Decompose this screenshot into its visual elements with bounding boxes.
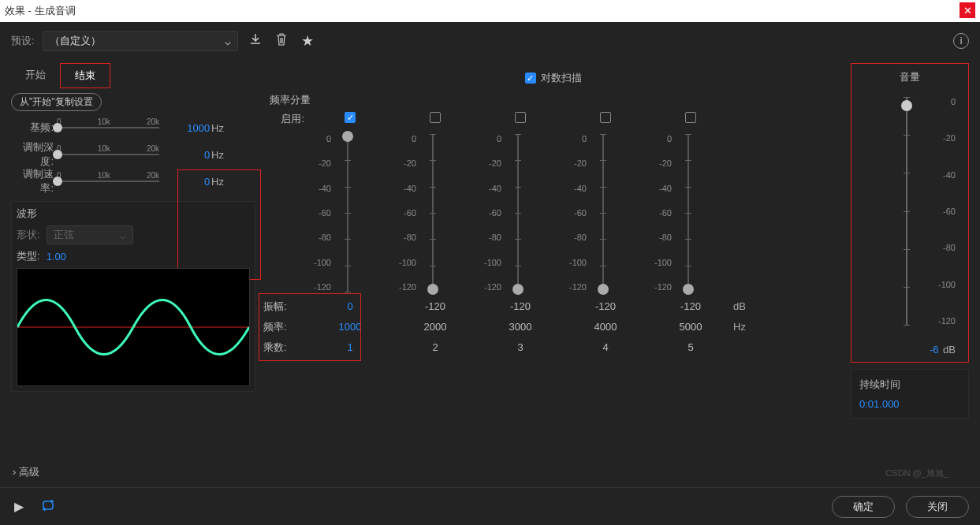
center-column: ✓ 对数扫描 频率分量 启用: ✓ 0-20-40-60-80-100-120 … [263,63,843,457]
log-scan-row: ✓ 对数扫描 [263,71,843,85]
enable-label: 启用: [263,112,307,126]
freq-knob-3[interactable] [512,284,524,295]
favorite-icon[interactable]: ★ [298,32,317,50]
content: 预设: （自定义） ⌵ ★ i 开始 结束 从"开始"复制设置 基频: [0,22,980,525]
freq-mult-2: 2 [393,337,478,358]
mod-depth-slider[interactable]: 010k20k [57,154,159,155]
preset-value: （自定义） [50,34,101,48]
mod-rate-slider[interactable]: 010k20k [57,181,159,182]
left-column: 开始 结束 从"开始"复制设置 基频: 010k20k 1000Hz 调制深度: [11,63,255,457]
tab-end[interactable]: 结束 [60,63,110,88]
freq-mult-4: 4 [563,337,648,358]
freq-slider-2[interactable]: 0-20-40-60-80-100-120 [419,134,451,292]
tabs: 开始 结束 [11,63,255,88]
footer: ▶ 确定 关闭 [0,487,980,525]
type-label: 类型: [17,249,40,263]
chevron-right-icon: › [13,466,16,478]
freq-slider-1[interactable]: 0-20-40-60-80-100-120 [334,134,366,292]
duration-title: 持续时间 [859,378,960,392]
waveform-title: 波形 [17,207,250,221]
preset-select[interactable]: （自定义） ⌵ [43,31,238,51]
waveform-display [17,268,250,386]
base-freq-row: 基频: 010k20k 1000Hz [11,114,255,141]
save-preset-icon[interactable] [246,33,265,49]
freq-knob-5[interactable] [683,284,694,295]
freq-hz-2: 2000 [393,317,478,337]
volume-knob[interactable] [901,100,912,111]
main-panel: 开始 结束 从"开始"复制设置 基频: 010k20k 1000Hz 调制深度: [0,54,980,457]
hz-unit: Hz [733,317,765,337]
mod-depth-label: 调制深度: [11,140,57,169]
duration-panel: 持续时间 0:01.000 [851,369,969,419]
freq-knob-4[interactable] [598,284,609,295]
shape-label: 形状: [17,228,40,242]
mod-depth-value[interactable]: 0 [204,149,210,161]
volume-title: 音量 [858,70,962,84]
freq-enable-5[interactable] [685,112,696,123]
ok-button[interactable]: 确定 [832,496,895,518]
freq-title: 频率分量 [270,93,843,107]
mod-rate-label: 调制速率: [11,167,57,195]
type-value[interactable]: 1.00 [47,251,66,262]
amp-label: 振幅: [263,296,307,317]
freq-mult-5: 5 [648,337,733,358]
window-title: 效果 - 生成音调 [5,4,76,18]
right-column: 音量 0-20-40 -60-80-100-120 -6 dB [851,63,969,457]
freq-enable-4[interactable] [600,112,611,123]
titlebar: 效果 - 生成音调 ✕ [0,0,980,22]
tab-start[interactable]: 开始 [11,63,60,88]
mod-rate-row: 调制速率: 010k20k 0Hz [11,168,255,195]
freq-enable-2[interactable] [430,112,441,123]
freq-amp-5: -120 [648,296,733,317]
info-icon[interactable]: i [953,33,969,49]
freq-amp-2: -120 [393,296,478,317]
freq-slider-3[interactable]: 0-20-40-60-80-100-120 [505,134,536,292]
base-freq-value[interactable]: 1000 [187,122,210,134]
duration-value[interactable]: 0:01.000 [859,398,900,410]
mod-depth-row: 调制深度: 010k20k 0Hz [11,141,255,168]
mod-rate-value[interactable]: 0 [204,176,210,188]
freq-mult-1[interactable]: 1 [307,337,393,358]
volume-value[interactable]: -6 [930,344,939,356]
preset-label: 预设: [11,34,35,48]
freq-mult-3: 3 [478,337,563,358]
delete-icon[interactable] [273,33,290,49]
db-unit: dB [733,296,765,317]
loop-icon[interactable] [38,498,58,515]
close-icon[interactable]: ✕ [960,2,975,18]
play-icon[interactable]: ▶ [11,499,27,514]
log-scan-checkbox[interactable]: ✓ [525,73,536,84]
close-button[interactable]: 关闭 [906,496,969,518]
freq-knob-1[interactable] [342,131,353,142]
hz-label: 频率: [263,317,307,337]
freq-enable-3[interactable] [515,112,526,123]
freq-hz-1[interactable]: 1000 [307,317,393,337]
base-freq-label: 基频: [11,121,57,135]
toolbar: 预设: （自定义） ⌵ ★ i [0,22,980,54]
freq-hz-4: 4000 [563,317,648,337]
watermark: CSDN @_旭旭_ [885,467,948,479]
freq-slider-4[interactable]: 0-20-40-60-80-100-120 [590,134,621,292]
volume-panel: 音量 0-20-40 -60-80-100-120 -6 dB [851,63,969,363]
freq-slider-5[interactable]: 0-20-40-60-80-100-120 [675,134,706,292]
freq-amp-3: -120 [478,296,563,317]
freq-hz-5: 5000 [648,317,733,337]
sliders-block: 基频: 010k20k 1000Hz 调制深度: 010k20k 0Hz [11,114,255,195]
volume-slider[interactable]: 0-20-40 -60-80-100-120 [858,91,962,341]
mult-label: 乘数: [263,337,307,358]
chevron-down-icon: ⌵ [225,35,231,47]
shape-select[interactable]: 正弦 ⌵ [47,225,133,244]
waveform-panel: 波形 形状: 正弦 ⌵ 类型: 1.00 [11,201,255,392]
base-freq-slider[interactable]: 010k20k [57,127,159,128]
freq-amp-4: -120 [563,296,648,317]
freq-amp-1[interactable]: 0 [307,296,393,317]
copy-from-start-button[interactable]: 从"开始"复制设置 [11,93,102,111]
freq-values-block: 振幅: 频率: 乘数: 0 1000 1-120 2000 2-120 3000… [263,296,843,358]
log-scan-label: 对数扫描 [541,71,582,85]
freq-enable-1[interactable]: ✓ [345,112,356,123]
chevron-down-icon: ⌵ [120,229,126,241]
advanced-toggle[interactable]: › 高级 [0,457,980,487]
freq-hz-3: 3000 [478,317,563,337]
freq-knob-2[interactable] [427,284,438,295]
